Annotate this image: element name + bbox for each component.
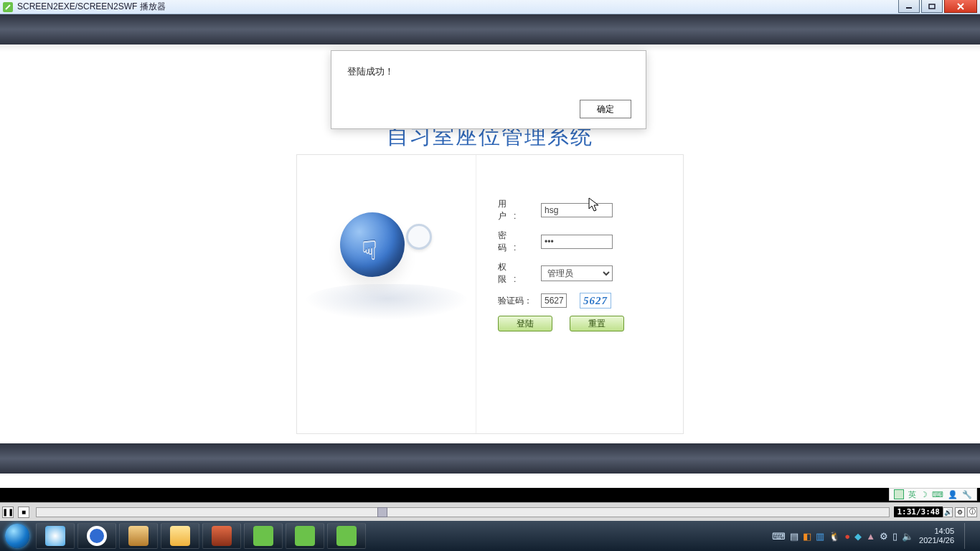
task-item[interactable] [36, 523, 75, 549]
login-form: 用 户: 密 码: 权 限: 管理员 验证码： 5627 登陆 重置 [476, 155, 683, 433]
ime-user-icon[interactable]: 👤 [948, 490, 958, 499]
system-tray: ⌨ ▤ ◧ ▥ 🐧 ● ◆ ▲ ⚙ ▯ 🔈 14:05 2021/4/26 [772, 523, 980, 549]
tray-blue-icon[interactable]: ◆ [854, 531, 862, 542]
tray-flag-icon[interactable]: ▤ [790, 531, 798, 542]
start-button[interactable] [0, 521, 34, 551]
clock-time: 14:05 [919, 527, 954, 536]
alert-message: 登陆成功！ [347, 65, 394, 78]
windows-orb-icon [5, 524, 29, 548]
role-select[interactable]: 管理员 [541, 265, 613, 281]
ime-mode-label[interactable]: 英 [908, 489, 916, 500]
player-info-icon[interactable]: ⓘ [967, 507, 977, 517]
task-item[interactable] [77, 523, 116, 549]
task-item[interactable] [286, 523, 324, 549]
ime-moon-icon[interactable]: ☽ [920, 490, 928, 499]
player-volume-icon[interactable]: 🔊 [943, 507, 953, 517]
svg-rect-2 [929, 4, 935, 9]
pause-button[interactable]: ❚❚ [2, 507, 14, 518]
footer-stripe [0, 443, 980, 474]
ime-keyboard-icon[interactable]: ⌨ [932, 490, 943, 499]
tray-app-icon[interactable]: ◧ [803, 531, 811, 542]
ime-toolbar[interactable]: 英 ☽ ⌨ 👤 🔧 [889, 488, 977, 501]
app-viewport: 自习室座位管理系统 ☟ 用 户: 密 码: 权 限: 管理员 [0, 14, 980, 502]
stop-button[interactable]: ■ [18, 507, 29, 518]
taskbar-clock[interactable]: 14:05 2021/4/26 [919, 527, 954, 545]
letterbox-band [0, 488, 980, 502]
alert-dialog: 登陆成功！ 确定 [331, 50, 646, 129]
reset-button[interactable]: 重置 [570, 316, 624, 331]
player-bar: ❚❚ ■ 1:31/3:48 🔊 ⚙ ⓘ [0, 502, 980, 521]
sogou-icon[interactable] [894, 489, 904, 499]
tray-settings-icon[interactable]: ⚙ [880, 531, 888, 542]
header-stripe [0, 14, 980, 44]
tray-network-icon[interactable]: ▯ [892, 531, 897, 542]
show-desktop-button[interactable] [964, 523, 973, 549]
login-illustration: ☟ [297, 155, 476, 433]
tray-list-icon[interactable]: ▥ [816, 531, 824, 542]
close-button[interactable] [944, 0, 977, 13]
username-input[interactable] [541, 203, 613, 217]
seek-track[interactable] [36, 507, 890, 517]
captcha-input[interactable] [541, 293, 567, 308]
player-settings-icon[interactable]: ⚙ [955, 507, 965, 517]
tray-volume-icon[interactable]: 🔈 [902, 531, 913, 542]
username-label: 用 户: [498, 198, 541, 222]
tray-keyboard-icon[interactable]: ⌨ [772, 531, 786, 542]
tray-qq-icon[interactable]: 🐧 [829, 531, 840, 542]
task-item[interactable] [244, 523, 283, 549]
ime-tool-icon[interactable]: 🔧 [962, 490, 972, 499]
alert-ok-button[interactable]: 确定 [580, 100, 631, 118]
password-input[interactable] [541, 235, 613, 249]
task-item[interactable] [119, 523, 158, 549]
task-item[interactable] [161, 523, 199, 549]
taskbar: ⌨ ▤ ◧ ▥ 🐧 ● ◆ ▲ ⚙ ▯ 🔈 14:05 2021/4/26 [0, 521, 980, 551]
hand-cursor-icon: ☟ [362, 235, 377, 265]
task-item[interactable] [202, 523, 241, 549]
login-panel: ☟ 用 户: 密 码: 权 限: 管理员 验证码： 5627 [296, 154, 684, 434]
window-title: SCREEN2EXE/SCREEN2SWF 播放器 [17, 1, 166, 13]
magnifier-icon [406, 224, 432, 250]
seek-thumb[interactable] [377, 507, 387, 517]
captcha-image[interactable]: 5627 [580, 293, 611, 309]
password-label: 密 码: [498, 230, 541, 254]
maximize-button[interactable] [921, 0, 943, 13]
captcha-label: 验证码： [498, 295, 541, 307]
minimize-button[interactable] [898, 0, 920, 13]
login-button[interactable]: 登陆 [498, 316, 552, 331]
tray-shield-icon[interactable]: ▲ [866, 531, 875, 542]
playback-time: 1:31/3:48 [894, 507, 943, 517]
clock-date: 2021/4/26 [919, 536, 954, 545]
task-item[interactable] [327, 523, 366, 549]
app-icon [3, 2, 13, 12]
role-label: 权 限: [498, 261, 541, 286]
window-titlebar: SCREEN2EXE/SCREEN2SWF 播放器 [0, 0, 980, 14]
tray-red-icon[interactable]: ● [844, 531, 850, 542]
